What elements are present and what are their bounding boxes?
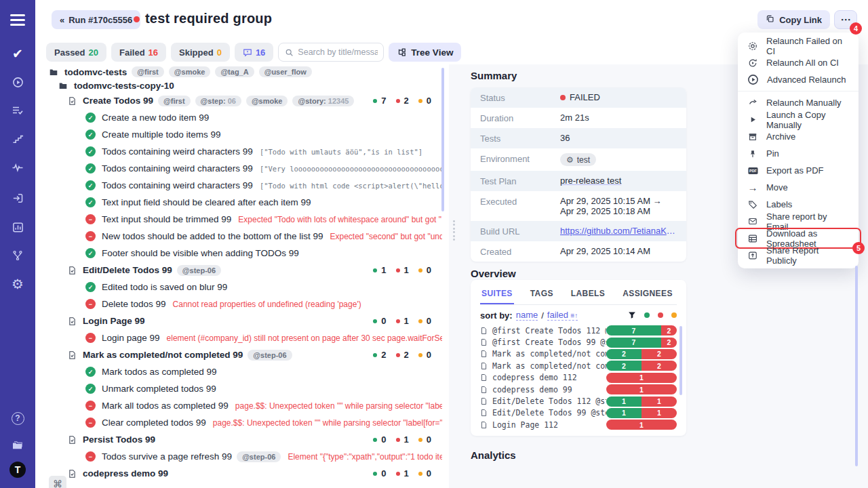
legend-dot-skipped[interactable]	[671, 312, 677, 318]
overview-suite-row[interactable]: codepress demo 1121	[480, 372, 677, 384]
pulse-icon[interactable]	[0, 159, 35, 176]
folder-row[interactable]: todomvc-tests@first@smoke@tag_A@user_flo…	[41, 65, 442, 79]
tree-view-button[interactable]: Tree View	[389, 43, 461, 62]
tag-pill: @smoke	[246, 96, 288, 106]
menu-item-relaunch-failed-on-ci[interactable]: Relaunch Failed on CI	[738, 37, 859, 54]
tab-tags[interactable]: TAGS	[529, 283, 555, 304]
test-row[interactable]: ✓Todos containing weird characters 99["V…	[41, 160, 442, 177]
test-row[interactable]: ✓Footer should be visible when adding TO…	[41, 245, 442, 262]
tree-scrollbar[interactable]	[441, 68, 444, 211]
test-row[interactable]: −Todos survive a page refresh 99@step-06…	[41, 448, 442, 465]
folder-row[interactable]: todomvc-tests-copy-10	[41, 79, 442, 92]
tab-assignees[interactable]: ASSIGNEES	[621, 283, 674, 304]
test-row[interactable]: ✓Create multiple todo items 99	[41, 126, 442, 143]
help-icon[interactable]: ?	[0, 409, 35, 427]
page-scrollbar[interactable]	[855, 266, 858, 466]
menu-item-relaunch-all-on-ci[interactable]: Relaunch All on CI	[738, 54, 859, 71]
filter-comments-button[interactable]: 16	[235, 43, 273, 62]
suite-row[interactable]: Persist Todos 99010	[41, 431, 442, 448]
overview-scrollbar[interactable]	[679, 326, 682, 395]
test-row[interactable]: ✓Text input field should be cleared afte…	[41, 194, 442, 211]
filter-funnel-icon[interactable]	[628, 311, 636, 319]
test-row[interactable]: −Clear completed todos 99page.$$: Unexpe…	[41, 414, 442, 431]
filter-failed-button[interactable]: Failed16	[111, 43, 166, 62]
menu-item-archive[interactable]: Archive	[738, 128, 859, 145]
test-row[interactable]: ✓Edited todo is saved on blur 99	[41, 279, 442, 296]
tag-pill: @smoke	[169, 66, 211, 77]
menu-item-pin[interactable]: Pin	[738, 145, 859, 162]
test-row[interactable]: ✓Create a new todo item 99	[41, 109, 442, 126]
menu-item-relaunch-manually[interactable]: Relaunch Manually	[738, 94, 859, 111]
overview-suite-row[interactable]: Edit/Delete Todos 99 @step-0611	[480, 407, 677, 419]
test-row[interactable]: ✓Todos containing weird characters 99["T…	[41, 143, 442, 160]
branch-icon[interactable]	[0, 247, 35, 264]
menu-item-move[interactable]: →Move	[738, 179, 859, 196]
test-row[interactable]: ✓Todos containing weird characters 99["T…	[41, 177, 442, 194]
overview-sort-row: sort by: name / failed ≡↑	[480, 305, 677, 325]
suite-row[interactable]: Edit/Delete Todos 99@step-06110	[41, 262, 442, 279]
tab-suites[interactable]: SUITES	[480, 283, 514, 304]
menu-item-advanced-relaunch[interactable]: Advanced Relaunch	[738, 71, 859, 88]
overview-suite-row[interactable]: codepress demo 991	[480, 384, 677, 395]
sort-asc-icon: ≡↑	[571, 312, 578, 319]
test-list-icon[interactable]	[0, 102, 35, 119]
menu-item-download-as-spreadsheet[interactable]: Download as Spreadsheet5	[738, 230, 859, 247]
test-row[interactable]: −Mark all todos as completed 99page.$$: …	[41, 397, 442, 414]
filter-skipped-button[interactable]: Skipped0	[171, 43, 230, 62]
summary-row-build-url: Build URLhttps://github.com/TetianaKhome…	[471, 221, 686, 241]
test-row[interactable]: −Text input should be trimmed 99Expected…	[41, 211, 442, 228]
suite-row[interactable]: Login Page 99010	[41, 312, 442, 329]
summary-label: Created	[480, 246, 560, 257]
suite-row[interactable]: Create Todos 99@first@step: 06@smoke@sto…	[41, 92, 442, 109]
app-sidebar: ✔⚙?T	[0, 0, 35, 488]
test-row[interactable]: ✓Unmark completed todos 99	[41, 380, 442, 397]
overview-suite-row[interactable]: Edit/Delete Todos 112 @step-…11	[480, 395, 677, 407]
projects-icon[interactable]	[0, 436, 35, 454]
suite-doc-icon	[68, 317, 77, 326]
menu-item-launch-a-copy-manually[interactable]: Launch a Copy Manually	[738, 111, 859, 128]
test-row[interactable]: −Login page 99element (#company_id) stil…	[41, 329, 442, 346]
play-circle-icon[interactable]	[0, 73, 35, 91]
summary-value[interactable]: pre-release test	[560, 176, 621, 186]
filter-passed-button[interactable]: Passed20	[46, 43, 106, 62]
logo-avatar[interactable]: T	[0, 461, 35, 479]
settings-gear-icon[interactable]: ⚙	[0, 275, 35, 293]
test-error-message: Expected "second" but got "undefined"	[330, 232, 442, 241]
overview-suite-row[interactable]: @first Create Todos 99 @step…72	[480, 336, 677, 348]
sort-by-name-link[interactable]: name	[516, 310, 538, 321]
menu-item-share-report-by-email[interactable]: Share report by Email	[738, 213, 859, 230]
menu-item-label: Export as PDF	[766, 165, 824, 176]
overview-suite-row[interactable]: Login Page 1121	[480, 419, 677, 430]
panel-splitter-handle[interactable]	[451, 220, 456, 241]
suite-row[interactable]: Mark as completed/not completed 99@step-…	[41, 346, 442, 363]
analytics-icon[interactable]	[0, 218, 35, 236]
legend-dot-passed[interactable]	[644, 312, 650, 318]
sort-by-failed-link[interactable]: failed ≡↑	[547, 310, 578, 321]
test-title: Login Page 99	[83, 316, 145, 326]
copy-link-button[interactable]: Copy Link	[757, 10, 830, 29]
hamburger-icon[interactable]	[0, 11, 35, 28]
summary-row-executed: ExecutedApr 29, 2025 10:15 AM →Apr 29, 2…	[471, 191, 686, 221]
menu-item-label: Move	[766, 182, 788, 192]
test-title: Delete todos 99	[102, 299, 166, 309]
test-row[interactable]: ✓Mark todos as completed 99	[41, 363, 442, 380]
tab-labels[interactable]: LABELS	[570, 283, 606, 304]
menu-item-export-as-pdf[interactable]: PDFExport as PDF	[738, 162, 859, 179]
test-row[interactable]: −New todos should be added to the bottom…	[41, 228, 442, 245]
search-input[interactable]	[298, 47, 378, 57]
test-title: Mark as completed/not completed 99	[83, 350, 243, 360]
menu-item-labels[interactable]: Labels	[738, 196, 859, 213]
suite-row[interactable]: codepress demo 99010	[41, 465, 442, 482]
steps-icon[interactable]	[0, 130, 35, 148]
menu-item-share-report-publicly[interactable]: Share Report Publicly	[738, 247, 859, 264]
test-row[interactable]: −Delete todos 99Cannot read properties o…	[41, 296, 442, 312]
summary-value[interactable]: https://github.com/TetianaKhomenko/Load-…	[560, 226, 677, 236]
import-icon[interactable]	[0, 189, 35, 207]
overview-suite-row[interactable]: Mark as completed/not comple…22	[480, 348, 677, 360]
legend-dot-failed[interactable]	[658, 312, 663, 318]
overview-suite-row[interactable]: Mark as completed/not comple…22	[480, 360, 677, 371]
back-to-run-button[interactable]: « Run #170c5556	[52, 10, 140, 29]
runs-check-icon[interactable]: ✔	[0, 45, 35, 62]
test-title: Edited todo is saved on blur 99	[102, 282, 227, 292]
overview-suite-row[interactable]: @first Create Todos 112 @ste…72	[480, 325, 677, 336]
